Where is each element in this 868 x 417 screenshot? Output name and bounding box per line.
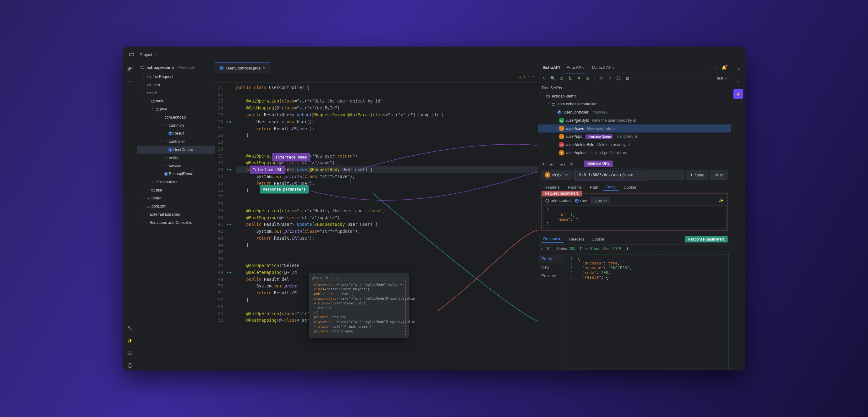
response-body[interactable]: 1{2 "success": true,3 "message": "SUCCES… [567,254,728,369]
tab-manual-apis[interactable]: Manual APIs [588,62,618,73]
scroll-down-icon[interactable]: ˅ [533,76,535,80]
send-button[interactable]: ✈ Send [686,170,709,180]
svg-rect-3 [128,351,132,355]
tab-path[interactable]: Path [587,183,601,190]
tab-resp-headers[interactable]: Headers [567,236,586,243]
tree-item[interactable]: ›▫service [137,162,215,170]
tree-item[interactable]: ›.fastRequest [137,72,215,81]
api-request-row: P POST .0.0.1:8083/dev/user/save ✈ Send … [538,167,731,182]
api-tree-row[interactable]: ˅ com.echoapi.controller [538,100,731,108]
tree-item[interactable]: ›▫External Libraries [137,210,215,218]
warnings[interactable]: ⚠ 3 [518,76,525,80]
structure-icon[interactable] [125,64,135,74]
tree-item[interactable]: ˅src [137,89,215,97]
method-badge: P [545,172,550,178]
radio-urlencoded[interactable]: urlencoded [545,198,571,203]
echoapi-toolwindow-icon[interactable]: ⚡ [733,89,743,99]
tree-item[interactable]: ›test [137,186,215,195]
radio-raw[interactable]: raw [575,198,587,203]
project-root[interactable]: echoapi-demo ~/Desktop/E [137,62,215,73]
send-icon[interactable]: ✈ [541,162,545,167]
download-icon[interactable]: ⬇ [626,246,629,251]
scroll-up-icon[interactable]: ˄ [528,76,530,80]
api-tree-row[interactable]: P /user/upload Upload profile picture [538,149,731,157]
tree-item[interactable]: CEchoapiDemo [137,170,215,178]
api-tree[interactable]: ˅ echoapi-demo˅ com.echoapi.controller˅ … [538,91,731,160]
download-icon[interactable]: ☁↓ [559,162,565,167]
env-selector[interactable]: test [717,76,728,81]
project-icon[interactable] [127,50,136,59]
code-area[interactable]: 2122232425262728293031323334353637383940… [215,83,538,370]
api-tree-row[interactable]: G /user/getById Gets the user object by … [538,116,731,124]
format-select[interactable]: json [591,197,610,204]
view-raw[interactable]: Raw [538,263,564,271]
sync-icon[interactable]: ⇅ [567,76,573,81]
api-tree-row[interactable]: ˅ echoapi-demo [538,92,731,100]
tree-item[interactable]: ›▫entity [137,154,215,162]
ai-icon[interactable]: ✨ [125,335,135,346]
tree-item[interactable]: ˅▫com.echoapi [137,113,215,121]
columns-icon[interactable]: ▥ [585,76,590,81]
menu-icon[interactable]: ⋮ [707,65,711,70]
tree-item[interactable]: ›resources [137,178,215,186]
project-dropdown[interactable]: Project [140,52,156,57]
api-toolbar: ↻ 🔍 ▤ ⇅ ✕ ▥ ⚙ ? 🎧 ▦ test [538,73,731,83]
gear-icon[interactable]: ⚙ [598,76,604,81]
tree-item[interactable]: mpom.xml [137,202,215,210]
tab-cookie[interactable]: Cookie [620,183,639,190]
bell-icon[interactable]: 🔔 [721,65,726,70]
tree-item[interactable]: ˅▫controller [137,138,215,146]
view-pretty[interactable]: Pretty [538,255,564,263]
build-icon[interactable]: 🔨 [125,323,135,333]
method-selector[interactable]: P POST [541,170,572,180]
editor-tab[interactable]: C UserController.java × [215,63,270,73]
tab-resp-cookie[interactable]: Cookie [590,236,606,243]
headphones-icon[interactable]: 🎧 [616,76,621,81]
api-tree-row[interactable]: P /user/upd Interface Name r and return [538,132,731,141]
tree-item[interactable]: ›.idea [137,81,215,89]
upload-icon[interactable]: ☁↑ [549,162,555,167]
tree-item[interactable]: ˅java [137,105,215,113]
terminal-icon[interactable] [125,348,135,358]
push-button[interactable]: Push [710,170,727,180]
annot-interface-url: Interface URL [250,166,285,174]
notifications-icon[interactable]: 🗂 [733,64,743,74]
api-tree-row[interactable]: D /user/deleteById Delete a user by id [538,141,731,149]
refresh-icon[interactable]: ↻ [541,76,547,81]
tree-item[interactable]: ›▸target [137,194,215,202]
api-tree-row[interactable]: P /user/save New user return [538,124,731,133]
settings-icon[interactable]: ✨ [719,198,724,203]
api-panel: EchoAPI Auto APIs Manual APIs ⋮ — 🔔 ↻ 🔍 … [538,62,731,370]
tab-body[interactable]: Body [603,183,618,191]
url-input[interactable]: .0.0.1:8083/dev/user/save [574,170,684,180]
annot-url: Interface URL [584,161,613,167]
filter-icon[interactable]: ▤ [559,76,564,81]
tab-headers[interactable]: Headers [541,183,563,190]
maven-icon[interactable]: m [733,77,743,87]
more-icon[interactable]: ⋯ [125,77,135,87]
close-icon[interactable]: × [263,66,266,70]
tab-auto-apis[interactable]: Auto APIs [563,62,588,73]
tree-item[interactable]: ˅▫common [137,121,215,129]
copy-icon[interactable]: ⧉ [570,162,573,167]
minimize-icon[interactable]: — [714,65,718,70]
tab-params[interactable]: Params [565,183,585,190]
encoding-select[interactable]: utf-8 ˅ [541,246,552,251]
dashed-box [257,177,351,183]
layout-icon[interactable]: ▦ [624,76,630,81]
tab-response[interactable]: Response [541,235,563,243]
tree-item[interactable]: ˅main [137,97,215,106]
help-icon[interactable]: ? [607,76,613,81]
project-tree[interactable]: ›.fastRequest›.idea˅src˅main˅java˅▫com.e… [137,72,215,370]
titlebar: Project [123,47,745,62]
problems-icon[interactable] [125,360,135,370]
clear-icon[interactable]: ✕ [576,76,582,81]
view-preview[interactable]: Preview [538,271,564,280]
tree-item[interactable]: ›▫Scratches and Consoles [137,218,215,227]
editor-sub-toolbar: ⚠ 3 ˄ ˅ [215,73,538,83]
api-tree-row[interactable]: ˅ C UserController module2 [538,108,731,116]
request-json-editor[interactable]: { "id": 1, "name": "" } [544,205,725,228]
tree-item[interactable]: CUserContro [137,146,215,154]
tree-item[interactable]: CResult [137,129,215,138]
search-icon[interactable]: 🔍 [550,76,556,81]
